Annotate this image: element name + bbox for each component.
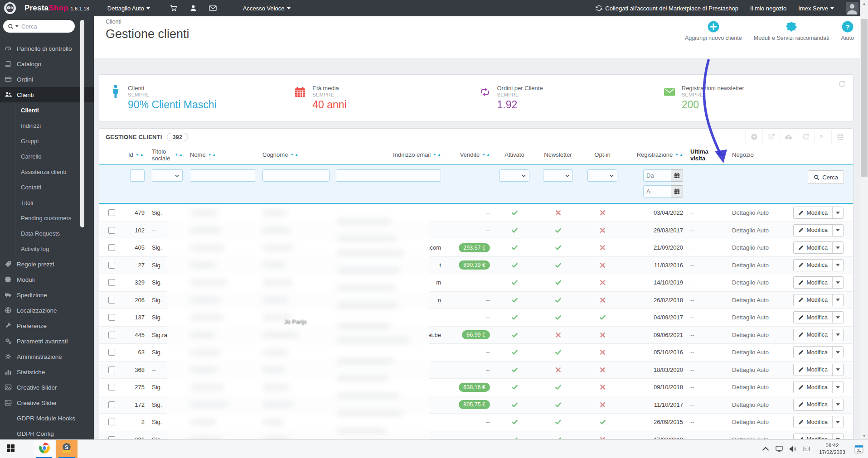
cart-icon[interactable] bbox=[170, 5, 178, 12]
cross-icon[interactable] bbox=[555, 366, 562, 373]
check-icon[interactable] bbox=[511, 436, 518, 439]
chevron-down-icon[interactable] bbox=[832, 416, 843, 428]
filter-attivato-select[interactable]: - bbox=[499, 169, 529, 182]
cross-icon[interactable] bbox=[599, 279, 606, 286]
sort-asc-icon[interactable]: ▲ bbox=[679, 153, 683, 157]
sort-icons[interactable]: ▼▲ bbox=[675, 153, 683, 157]
sidebar-item-amministrazione[interactable]: Amministrazione bbox=[0, 349, 94, 364]
sort-asc-icon[interactable]: ▲ bbox=[179, 153, 183, 157]
sidebar-item-localizzazione[interactable]: Localizzazione bbox=[0, 303, 94, 318]
column-header-registrazione[interactable]: Registrazione▼▲ bbox=[624, 151, 687, 158]
cross-icon[interactable] bbox=[599, 366, 606, 373]
sidebar-subitem-indirizzi[interactable]: Indirizzi bbox=[0, 118, 94, 133]
check-icon[interactable] bbox=[511, 384, 518, 391]
check-icon[interactable] bbox=[511, 279, 518, 286]
check-icon[interactable] bbox=[511, 262, 518, 269]
sort-asc-icon[interactable]: ▲ bbox=[721, 153, 725, 157]
edit-button[interactable]: Modifica bbox=[794, 242, 832, 253]
action-moduli-e-servizi-raccomandati[interactable]: Moduli e Servizi raccomandati bbox=[754, 21, 829, 41]
column-header-titolo-sociale[interactable]: Titolo sociale▼▲ bbox=[148, 148, 186, 162]
edit-button[interactable]: Modifica bbox=[794, 225, 832, 236]
page-scrollbar[interactable]: ▲ ▼ bbox=[860, 0, 868, 439]
cross-icon[interactable] bbox=[555, 332, 562, 338]
sidebar-subitem-activity-log[interactable]: Activity log bbox=[0, 241, 94, 256]
check-icon[interactable] bbox=[555, 262, 562, 269]
sidebar-subitem-clienti[interactable]: Clienti bbox=[0, 102, 94, 118]
cross-icon[interactable] bbox=[599, 384, 606, 391]
edit-button[interactable]: Modifica bbox=[794, 260, 832, 271]
filter-nome-input[interactable] bbox=[190, 169, 256, 182]
shop-menu-dropdown[interactable]: Dettaglio Auto bbox=[107, 5, 150, 12]
check-icon[interactable] bbox=[511, 209, 518, 216]
filter-optin-select[interactable]: - bbox=[587, 169, 617, 182]
sort-asc-icon[interactable]: ▲ bbox=[140, 153, 144, 157]
filter-newsletter-select[interactable]: - bbox=[543, 169, 573, 182]
row-checkbox[interactable] bbox=[108, 279, 115, 286]
chevron-down-icon[interactable] bbox=[832, 260, 843, 271]
check-icon[interactable] bbox=[511, 227, 518, 234]
sidebar-item-statistiche[interactable]: Statistiche bbox=[0, 364, 94, 380]
check-icon[interactable] bbox=[555, 314, 562, 321]
row-checkbox[interactable] bbox=[108, 419, 115, 425]
check-icon[interactable] bbox=[555, 297, 562, 304]
start-button[interactable] bbox=[0, 440, 21, 458]
filter-email-input[interactable] bbox=[336, 169, 441, 182]
chevron-down-icon[interactable] bbox=[832, 329, 843, 341]
edit-button[interactable]: Modifica bbox=[794, 381, 832, 393]
database-button[interactable] bbox=[831, 130, 849, 144]
sidebar-item-spedizione[interactable]: Spedizione bbox=[0, 287, 94, 303]
sort-desc-icon[interactable]: ▼ bbox=[136, 153, 139, 157]
check-icon[interactable] bbox=[555, 384, 562, 391]
action-aggiungi-nuovo-cliente[interactable]: Aggiungi nuovo cliente bbox=[685, 21, 742, 41]
person-icon[interactable] bbox=[189, 5, 197, 12]
row-checkbox[interactable] bbox=[108, 209, 115, 216]
sort-desc-icon[interactable]: ▼ bbox=[433, 153, 436, 157]
sidebar-item-gdpr-config[interactable]: GDPR Config bbox=[0, 426, 94, 439]
row-checkbox[interactable] bbox=[108, 384, 115, 391]
chevron-down-icon[interactable] bbox=[15, 25, 19, 27]
sidebar-search[interactable] bbox=[3, 20, 75, 33]
sidebar-item-preferenze[interactable]: Preferenze bbox=[0, 318, 94, 333]
row-checkbox[interactable] bbox=[108, 401, 115, 408]
check-icon[interactable] bbox=[555, 419, 562, 425]
refresh-button[interactable] bbox=[797, 130, 814, 144]
edit-button[interactable]: Modifica bbox=[794, 399, 832, 410]
cross-icon[interactable] bbox=[555, 209, 562, 216]
sort-desc-icon[interactable]: ▼ bbox=[675, 153, 679, 157]
sort-asc-icon[interactable]: ▲ bbox=[486, 153, 490, 157]
volume-icon[interactable] bbox=[789, 446, 796, 452]
sidebar-item-gdpr-module-hooks[interactable]: GDPR Module Hooks bbox=[0, 410, 94, 426]
sort-desc-icon[interactable]: ▼ bbox=[482, 153, 485, 157]
row-checkbox[interactable] bbox=[108, 227, 115, 234]
search-input[interactable] bbox=[21, 23, 62, 30]
sort-icons[interactable]: ▼▲ bbox=[290, 153, 298, 157]
envelope-icon[interactable] bbox=[209, 5, 217, 12]
edit-button[interactable]: Modifica bbox=[794, 364, 832, 376]
sort-asc-icon[interactable]: ▲ bbox=[437, 153, 441, 157]
cross-icon[interactable] bbox=[599, 332, 606, 338]
edit-button[interactable]: Modifica bbox=[794, 329, 832, 341]
chevron-down-icon[interactable] bbox=[832, 399, 843, 410]
edit-button[interactable]: Modifica bbox=[794, 277, 832, 288]
check-icon[interactable] bbox=[555, 436, 562, 439]
calendar-icon[interactable] bbox=[671, 169, 683, 182]
sort-asc-icon[interactable]: ▲ bbox=[213, 153, 216, 157]
edit-button[interactable]: Modifica bbox=[794, 294, 832, 306]
sidebar-item-clienti[interactable]: Clienti bbox=[0, 87, 94, 102]
check-icon[interactable] bbox=[511, 314, 518, 321]
taskbar-clock[interactable]: 08:42 17/02/2023 bbox=[816, 442, 848, 456]
sidebar-scrollbar-thumb[interactable] bbox=[80, 20, 84, 227]
check-icon[interactable] bbox=[555, 349, 562, 356]
edit-button[interactable]: Modifica bbox=[794, 312, 832, 323]
calendar-icon[interactable] bbox=[671, 185, 683, 198]
chevron-down-icon[interactable] bbox=[832, 225, 843, 236]
sidebar-item-ordini[interactable]: Ordini bbox=[0, 72, 94, 87]
row-checkbox[interactable] bbox=[108, 244, 115, 251]
sidebar-item-moduli[interactable]: Moduli bbox=[0, 272, 94, 287]
filter-date-from-input[interactable] bbox=[643, 169, 671, 182]
sidebar-subitem-gruppi[interactable]: Gruppi bbox=[0, 133, 94, 149]
filter-date-to-input[interactable] bbox=[643, 185, 671, 198]
sidebar-item-pannello-di-controllo[interactable]: Pannello di controllo bbox=[0, 41, 94, 56]
check-icon[interactable] bbox=[599, 314, 606, 321]
snagit-taskbar-button[interactable]: S bbox=[56, 440, 78, 458]
